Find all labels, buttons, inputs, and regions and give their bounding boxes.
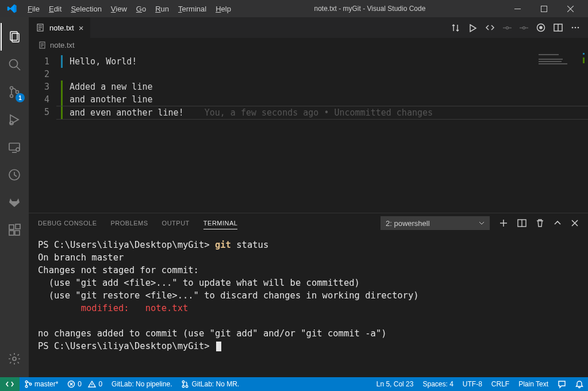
remote-explorer-activity[interactable] bbox=[1, 133, 28, 161]
svg-point-18 bbox=[13, 357, 16, 361]
minimap[interactable] bbox=[536, 52, 588, 213]
prev-change-icon[interactable] bbox=[503, 23, 512, 33]
run-debug-activity[interactable] bbox=[1, 106, 28, 133]
breadcrumb-file: note.txt bbox=[50, 41, 75, 49]
maximize-panel-icon[interactable] bbox=[554, 219, 562, 227]
svg-point-45 bbox=[25, 385, 28, 388]
svg-point-4 bbox=[10, 60, 18, 68]
svg-point-50 bbox=[183, 385, 185, 388]
testing-activity[interactable] bbox=[1, 161, 28, 189]
panel-tab-output[interactable]: OUTPUT bbox=[162, 217, 190, 229]
terminal-output[interactable]: PS C:\Users\iliya\Desktop\myGit> git sta… bbox=[29, 233, 588, 377]
menu-selection[interactable]: Selection bbox=[66, 2, 106, 16]
tab-note-txt[interactable]: note.txt × bbox=[29, 17, 90, 38]
menu-go[interactable]: Go bbox=[132, 2, 151, 16]
svg-point-6 bbox=[10, 87, 13, 90]
svg-rect-0 bbox=[514, 9, 521, 9]
next-change-icon[interactable] bbox=[520, 23, 528, 33]
vscode-logo-icon bbox=[7, 3, 17, 14]
panel-tab-problems[interactable]: PROBLEMS bbox=[110, 217, 148, 229]
eol[interactable]: CRLF bbox=[487, 377, 514, 391]
split-terminal-icon[interactable] bbox=[517, 218, 526, 228]
run-icon[interactable] bbox=[468, 23, 477, 33]
compare-changes-icon[interactable] bbox=[451, 23, 460, 33]
svg-point-35 bbox=[578, 27, 579, 29]
editor-tabs: note.txt × bbox=[29, 17, 588, 38]
encoding[interactable]: UTF-8 bbox=[458, 377, 487, 391]
svg-rect-1 bbox=[541, 6, 547, 12]
terminal-selector[interactable]: 2: powershell bbox=[381, 216, 490, 230]
code-line-4: and another line bbox=[70, 93, 153, 106]
svg-point-12 bbox=[16, 148, 20, 151]
feedback-icon[interactable] bbox=[553, 377, 571, 391]
gitlab-pipeline[interactable]: GitLab: No pipeline. bbox=[107, 377, 176, 391]
panel-tab-debug-console[interactable]: DEBUG CONSOLE bbox=[38, 217, 97, 229]
svg-rect-17 bbox=[16, 224, 20, 229]
svg-point-34 bbox=[575, 27, 577, 29]
menu-run[interactable]: Run bbox=[151, 2, 174, 16]
panel: DEBUG CONSOLEPROBLEMSOUTPUTTERMINAL 2: p… bbox=[29, 213, 588, 377]
menu-terminal[interactable]: Terminal bbox=[174, 2, 211, 16]
menu-help[interactable]: Help bbox=[211, 2, 236, 16]
branch-indicator[interactable]: master* bbox=[20, 377, 63, 391]
file-icon bbox=[38, 41, 47, 49]
chevron-down-icon bbox=[479, 220, 485, 226]
svg-line-5 bbox=[17, 67, 20, 70]
editor-actions bbox=[451, 23, 588, 33]
indentation[interactable]: Spaces: 4 bbox=[418, 377, 458, 391]
remote-indicator[interactable] bbox=[0, 377, 20, 391]
menu-file[interactable]: File bbox=[23, 2, 44, 16]
gitlab-mr[interactable]: GitLab: No MR. bbox=[176, 377, 244, 391]
cursor-position[interactable]: Ln 5, Col 23 bbox=[372, 377, 418, 391]
search-activity[interactable] bbox=[1, 51, 28, 78]
svg-point-26 bbox=[523, 26, 525, 29]
svg-point-30 bbox=[540, 26, 542, 29]
window-title: note.txt - myGit - Visual Studio Code bbox=[236, 5, 504, 13]
svg-point-23 bbox=[506, 26, 509, 29]
problems-indicator[interactable]: 0 0 bbox=[63, 377, 107, 391]
terminal-cursor bbox=[216, 342, 221, 351]
annotations-icon[interactable] bbox=[536, 23, 545, 33]
scm-badge: 1 bbox=[16, 93, 25, 102]
gitlens-annotation: You, a few seconds ago • Uncommitted cha… bbox=[205, 106, 433, 119]
tab-close-icon[interactable]: × bbox=[79, 23, 84, 33]
go-changes-icon[interactable] bbox=[485, 23, 495, 33]
svg-point-51 bbox=[186, 385, 189, 388]
svg-point-7 bbox=[10, 95, 13, 98]
extensions-activity[interactable] bbox=[1, 216, 28, 244]
breadcrumb[interactable]: note.txt bbox=[29, 38, 588, 52]
title-bar: FileEditSelectionViewGoRunTerminalHelp n… bbox=[0, 0, 588, 17]
line-numbers: 12345 bbox=[29, 52, 56, 213]
code-line-1: Hello, World! bbox=[70, 55, 137, 68]
split-editor-icon[interactable] bbox=[554, 23, 563, 33]
menu-view[interactable]: View bbox=[106, 2, 132, 16]
activity-bar: 1 bbox=[0, 17, 29, 377]
notifications-icon[interactable] bbox=[571, 377, 588, 391]
minimize-button[interactable] bbox=[504, 0, 531, 17]
file-icon bbox=[36, 23, 45, 32]
editor-content[interactable]: Hello, World! Added a new line and anoth… bbox=[56, 52, 588, 213]
more-actions-icon[interactable] bbox=[571, 23, 580, 33]
explorer-activity[interactable] bbox=[1, 23, 28, 51]
close-button[interactable] bbox=[557, 0, 583, 17]
menu-edit[interactable]: Edit bbox=[44, 2, 66, 16]
settings-activity[interactable] bbox=[1, 345, 28, 373]
new-terminal-icon[interactable] bbox=[499, 218, 508, 228]
panel-tab-terminal[interactable]: TERMINAL bbox=[203, 217, 238, 229]
kill-terminal-icon[interactable] bbox=[536, 218, 544, 228]
svg-rect-16 bbox=[15, 231, 20, 235]
svg-point-49 bbox=[183, 381, 185, 383]
code-line-5: and even another line! bbox=[70, 106, 184, 119]
svg-point-33 bbox=[572, 27, 574, 29]
svg-point-44 bbox=[25, 381, 28, 383]
language-mode[interactable]: Plain Text bbox=[514, 377, 553, 391]
tab-label: note.txt bbox=[49, 24, 74, 32]
maximize-button[interactable] bbox=[531, 0, 557, 17]
source-control-activity[interactable]: 1 bbox=[1, 78, 28, 106]
close-panel-icon[interactable] bbox=[571, 219, 579, 227]
status-bar: master* 0 0 GitLab: No pipeline. GitLab:… bbox=[0, 377, 588, 391]
svg-rect-15 bbox=[9, 231, 14, 235]
svg-rect-14 bbox=[9, 225, 14, 229]
gitlab-activity[interactable] bbox=[1, 189, 28, 216]
code-line-3: Added a new line bbox=[70, 80, 153, 93]
